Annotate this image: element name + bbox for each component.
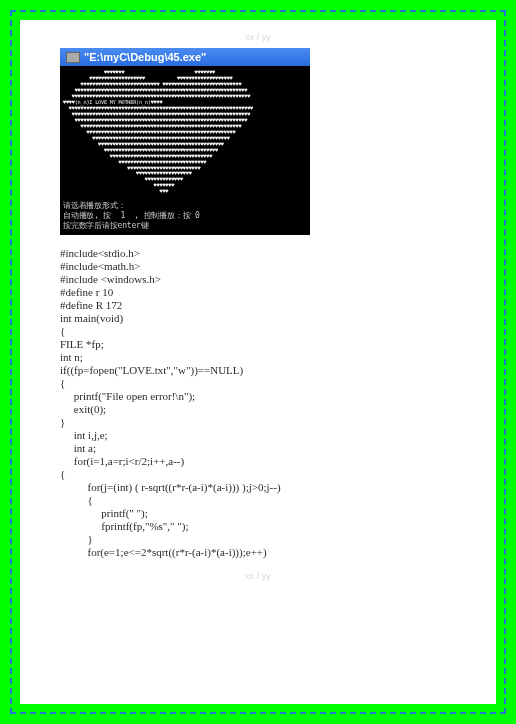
console-body: ♥♥♥♥♥♥♥ ♥♥♥♥♥♥♥ ♥♥♥♥♥♥♥♥♥♥♥♥♥♥♥♥♥♥♥ ♥♥♥♥…: [60, 66, 310, 235]
console-prompt-text: 请选着播放形式： 自动播放, 按 1 , 控制播放：按 0 按完数字后请按ent…: [63, 201, 307, 231]
page-number-bottom: xx / yy: [60, 571, 456, 581]
heart-line: ♥♥♥: [63, 189, 307, 195]
page-number-top: xx / yy: [60, 32, 456, 42]
document-page: xx / yy "E:\myC\Debug\45.exe" ♥♥♥♥♥♥♥ ♥♥…: [20, 20, 496, 704]
heart-ascii-art: ♥♥♥♥♥♥♥ ♥♥♥♥♥♥♥ ♥♥♥♥♥♥♥♥♥♥♥♥♥♥♥♥♥♥♥ ♥♥♥♥…: [63, 70, 307, 195]
console-title: "E:\myC\Debug\45.exe": [84, 51, 206, 63]
dashed-border-frame: xx / yy "E:\myC\Debug\45.exe" ♥♥♥♥♥♥♥ ♥♥…: [10, 10, 506, 714]
source-code-block: #include<stdio.h> #include<math.h> #incl…: [60, 247, 456, 558]
console-icon: [66, 52, 80, 63]
console-window: "E:\myC\Debug\45.exe" ♥♥♥♥♥♥♥ ♥♥♥♥♥♥♥ ♥♥…: [60, 48, 310, 235]
console-titlebar: "E:\myC\Debug\45.exe": [60, 48, 310, 66]
